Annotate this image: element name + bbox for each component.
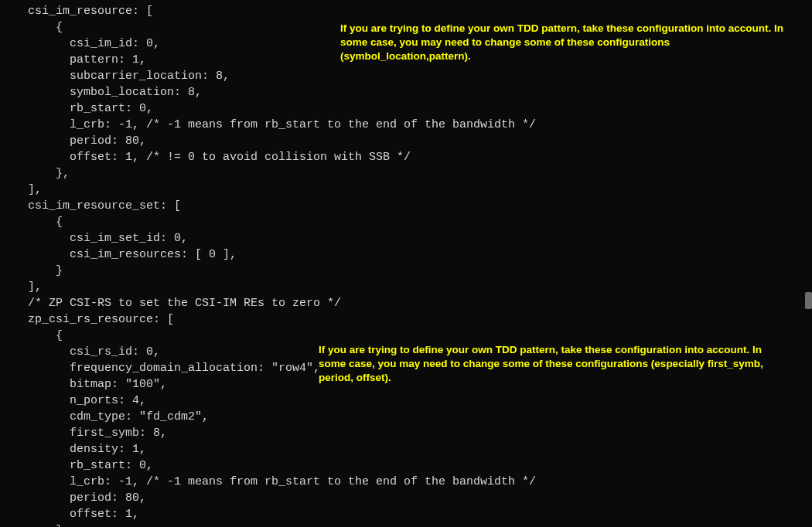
code-line: period: 80, (28, 490, 812, 506)
code-line: }, (28, 165, 812, 182)
code-line: rb_start: 0, (28, 100, 812, 117)
code-line: first_symb: 8, (28, 425, 812, 441)
annotation-tdd-zp-csi-rs: If you are trying to define your own TDD… (319, 343, 775, 386)
code-line: subcarrier_location: 8, (28, 68, 812, 84)
code-line: offset: 1, (28, 506, 812, 522)
code-line: { (28, 214, 812, 230)
code-line: density: 1, (28, 441, 812, 457)
code-line: /* ZP CSI-RS to set the CSI-IM REs to ze… (28, 295, 812, 311)
code-line: period: 80, (28, 133, 812, 149)
code-line: rb_start: 0, (28, 457, 812, 474)
scrollbar-thumb[interactable] (805, 292, 812, 309)
code-line: ], (28, 279, 812, 295)
code-line: }, (28, 522, 812, 527)
code-line: l_crb: -1, /* -1 means from rb_start to … (28, 474, 812, 490)
annotation-tdd-csi-im: If you are trying to define your own TDD… (340, 22, 797, 64)
code-line: cdm_type: "fd_cdm2", (28, 409, 812, 425)
code-line: zp_csi_rs_resource: [ (28, 311, 812, 328)
code-line: l_crb: -1, /* -1 means from rb_start to … (28, 117, 812, 133)
code-line: csi_im_set_id: 0, (28, 230, 812, 246)
code-line: ], (28, 182, 812, 198)
code-line: n_ports: 4, (28, 393, 812, 409)
code-line: } (28, 263, 812, 279)
code-line: symbol_location: 8, (28, 84, 812, 100)
scrollbar-track[interactable] (805, 0, 812, 527)
code-line: csi_im_resource: [ (28, 3, 812, 19)
code-line: csi_im_resources: [ 0 ], (28, 246, 812, 263)
code-line: { (28, 328, 812, 344)
code-line: offset: 1, /* != 0 to avoid collision wi… (28, 149, 812, 165)
code-block: csi_im_resource: [ { csi_im_id: 0, patte… (28, 3, 812, 527)
code-line: csi_im_resource_set: [ (28, 198, 812, 214)
